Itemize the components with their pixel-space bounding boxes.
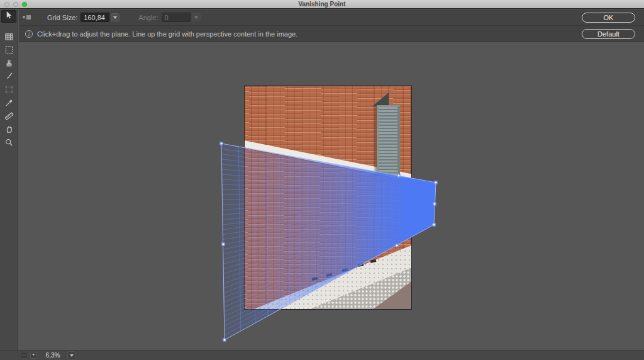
status-bar: − + 6,3% xyxy=(0,350,644,360)
stamp-tool[interactable] xyxy=(1,58,16,70)
brush-icon xyxy=(4,72,14,84)
grid-handle[interactable] xyxy=(395,244,398,247)
grid-size-input[interactable]: 160,84 xyxy=(80,13,109,22)
instruction-text: Click+drag to adjust the plane. Line up … xyxy=(37,30,297,38)
options-bar: ▾ Grid Size: 160,84 Angle: 0 OK xyxy=(19,9,644,26)
transform-handles-icon xyxy=(4,85,14,97)
flyout-menu-icon xyxy=(26,15,31,20)
create-plane-tool[interactable] xyxy=(1,31,16,44)
angle-input: 0 xyxy=(162,13,191,22)
ruler-icon xyxy=(4,111,14,123)
grid-plane-icon xyxy=(4,32,14,44)
title-bar: Vanishing Point xyxy=(0,0,644,9)
grid-handle[interactable] xyxy=(433,202,436,205)
zoom-in-button[interactable]: + xyxy=(30,352,37,359)
angle-dropdown xyxy=(192,13,201,21)
grid-handle[interactable] xyxy=(221,243,225,246)
zoom-level-dropdown[interactable] xyxy=(67,351,76,359)
grid-size-dropdown[interactable] xyxy=(111,13,119,21)
default-button[interactable]: Default xyxy=(582,29,635,39)
zoom-out-button[interactable]: − xyxy=(21,352,28,359)
window-shutter xyxy=(377,105,400,174)
grid-handle[interactable] xyxy=(220,142,223,145)
hand-tool[interactable] xyxy=(1,124,16,137)
angle-label: Angle: xyxy=(138,14,158,21)
cursor-arrow-icon xyxy=(4,11,14,23)
marquee-tool[interactable] xyxy=(1,45,16,57)
hand-icon xyxy=(4,125,14,137)
info-icon: i xyxy=(25,30,33,38)
edit-plane-tool[interactable] xyxy=(1,10,16,23)
brush-tool[interactable] xyxy=(1,71,16,84)
zoom-level-value: 6,3% xyxy=(43,352,62,359)
grid-handle[interactable] xyxy=(223,339,226,342)
transform-tool[interactable] xyxy=(1,84,16,97)
settings-flyout-menu[interactable]: ▾ xyxy=(23,14,31,20)
chevron-down-icon xyxy=(113,16,117,19)
image-preview xyxy=(244,86,412,310)
grid-handle[interactable] xyxy=(397,174,401,177)
dashed-marquee-icon xyxy=(4,45,14,57)
tool-palette xyxy=(0,9,18,350)
stamp-icon xyxy=(4,59,14,70)
info-bar: i Click+drag to adjust the plane. Line u… xyxy=(19,26,644,42)
window-title: Vanishing Point xyxy=(0,0,644,9)
magnifier-icon xyxy=(4,138,14,150)
eyedropper-icon xyxy=(4,98,14,110)
grid-size-label: Grid Size: xyxy=(47,14,77,21)
measure-tool[interactable] xyxy=(1,111,16,123)
grid-handle[interactable] xyxy=(435,181,438,184)
chevron-down-icon xyxy=(70,354,74,357)
zoom-tool[interactable] xyxy=(1,137,16,150)
chevron-down-icon xyxy=(194,16,198,19)
ok-button[interactable]: OK xyxy=(582,13,635,23)
grid-handle[interactable] xyxy=(433,223,436,227)
eyedropper-tool[interactable] xyxy=(1,98,16,110)
